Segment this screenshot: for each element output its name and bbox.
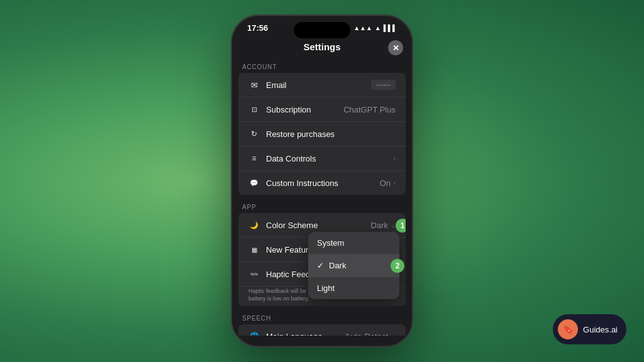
light-label: Light — [317, 283, 335, 293]
guides-text: Guides.ai — [583, 325, 618, 334]
settings-screen: Settings ✕ ACCOUNT ✉ Email •••••• ⊡ Subs… — [232, 36, 412, 336]
check-icon: ✓ — [317, 261, 324, 270]
restore-label: Restore purchases — [266, 129, 396, 139]
email-row[interactable]: ✉ Email •••••• — [238, 73, 406, 97]
data-controls-icon: ≡ — [248, 153, 260, 164]
email-value: •••••• — [371, 80, 396, 90]
dropdown-system[interactable]: System — [308, 232, 399, 255]
subscription-row[interactable]: ⊡ Subscription ChatGPT Plus — [238, 97, 406, 122]
main-language-label: Main Language — [266, 332, 345, 336]
step2-badge: 2 — [391, 259, 404, 273]
subscription-label: Subscription — [266, 105, 343, 114]
dark-label: Dark — [329, 261, 346, 270]
phone-frame: 17:56 🌙 ▲▲▲ ▲ ▌▌▌ Settings ✕ ACCOUNT ✉ E… — [231, 14, 413, 348]
email-label: Email — [266, 80, 371, 90]
app-rows: 🌙 Color Scheme Dark ⌄ 1 System ✓ — [238, 213, 406, 306]
close-button[interactable]: ✕ — [388, 40, 403, 55]
subscription-value: ChatGPT Plus — [343, 105, 396, 114]
color-scheme-dropdown: System ✓ Dark 2 Light — [308, 232, 399, 299]
dropdown-light[interactable]: Light — [308, 277, 399, 299]
guides-icon: 🔖 — [558, 319, 578, 339]
account-rows: ✉ Email •••••• ⊡ Subscription ChatGPT Pl… — [238, 73, 406, 195]
main-language-row[interactable]: 🌐 Main Language Auto-Detect ⌄ — [238, 324, 406, 336]
data-controls-label: Data Controls — [266, 154, 391, 163]
settings-header: Settings ✕ — [232, 36, 412, 58]
custom-instructions-row[interactable]: 💬 Custom Instructions On › — [238, 171, 406, 195]
color-scheme-icon: 🌙 — [248, 219, 260, 231]
signal-icon: ▲▲▲ — [353, 25, 372, 31]
color-scheme-label: Color Scheme — [266, 221, 371, 230]
custom-instructions-value: On — [380, 178, 391, 188]
language-icon: 🌐 — [248, 331, 260, 336]
guides-badge: 🔖 Guides.ai — [553, 314, 626, 344]
color-scheme-value: Dark — [371, 221, 388, 230]
wifi-icon: ▲ — [375, 25, 381, 31]
app-label: APP — [232, 199, 412, 213]
subscription-icon: ⊡ — [248, 104, 260, 115]
custom-instructions-chevron: › — [393, 178, 396, 187]
color-scheme-wrapper: 🌙 Color Scheme Dark ⌄ 1 System ✓ — [238, 213, 406, 238]
color-scheme-chevron: ⌄ — [391, 222, 396, 229]
speech-section: SPEECH 🌐 Main Language Auto-Detect ⌄ For… — [232, 310, 412, 336]
restore-purchases-row[interactable]: ↻ Restore purchases — [238, 122, 406, 146]
app-section: APP 🌙 Color Scheme Dark ⌄ 1 Syst — [232, 199, 412, 306]
data-controls-chevron: › — [393, 154, 396, 163]
data-controls-row[interactable]: ≡ Data Controls › — [238, 146, 406, 171]
status-time: 17:56 — [247, 23, 268, 33]
status-icons: ▲▲▲ ▲ ▌▌▌ — [353, 25, 397, 31]
settings-title: Settings — [303, 41, 340, 52]
email-icon: ✉ — [248, 79, 260, 90]
custom-instructions-icon: 💬 — [248, 177, 260, 189]
language-chevron: ⌄ — [391, 333, 396, 336]
step1-badge: 1 — [396, 219, 406, 233]
account-label: ACCOUNT — [232, 58, 412, 73]
restore-icon: ↻ — [248, 128, 260, 140]
battery-icon: ▌▌▌ — [384, 25, 397, 31]
account-section: ACCOUNT ✉ Email •••••• ⊡ Subscription Ch… — [232, 58, 412, 195]
system-label: System — [317, 238, 344, 248]
speech-rows: 🌐 Main Language Auto-Detect ⌄ For best r… — [238, 324, 406, 336]
main-language-value: Auto-Detect — [345, 332, 388, 336]
speech-label: SPEECH — [232, 310, 412, 324]
haptic-icon: ≈≈ — [248, 268, 260, 280]
new-features-icon: ▦ — [248, 244, 260, 255]
dropdown-dark[interactable]: ✓ Dark 2 — [308, 255, 399, 277]
custom-instructions-label: Custom Instructions — [266, 178, 380, 188]
